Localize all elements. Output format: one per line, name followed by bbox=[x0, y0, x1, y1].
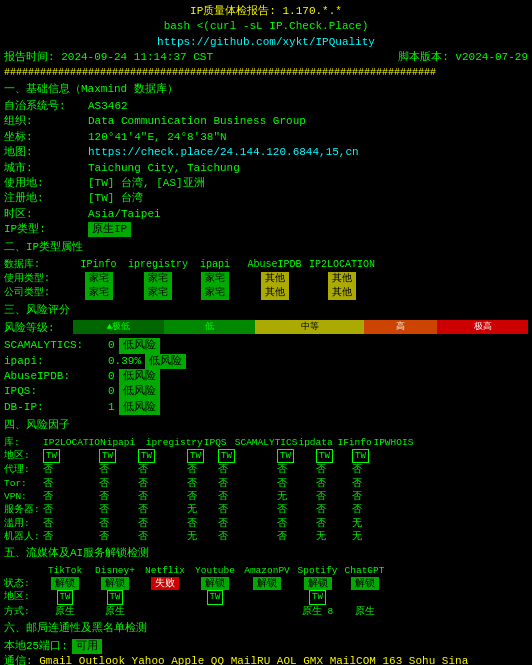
basic-usage-row: 使用地: [TW] 台湾, [AS]亚洲 bbox=[4, 176, 528, 191]
section-mail-title: 六、邮局连通性及黑名单检测 bbox=[4, 621, 528, 636]
media-method-row: 方式: 原生 原生 原生 8 原生 bbox=[4, 605, 528, 618]
risk-abuseipdb-row: AbuseIPDB: 0低风险 bbox=[4, 369, 528, 384]
section-media-title: 五、流媒体及AI服务解锁检测 bbox=[4, 546, 528, 561]
rf-vpn-row: VPN: 否 否 否 否 否 无 否 否 bbox=[4, 490, 528, 503]
basic-org-row: 组织: Data Communication Business Group bbox=[4, 114, 528, 129]
mail-isp-row: 通信: Gmail Outlook Yahoo Apple QQ MailRU … bbox=[4, 654, 528, 665]
iptype-usage-row: 使用类型: 家宅 家宅 家宅 其他 其他 bbox=[4, 272, 528, 286]
rf-tor-row: Tor: 否 否 否 否 否 否 否 否 bbox=[4, 477, 528, 490]
basic-coords-row: 坐标: 120°41′4″E, 24°8′38″N bbox=[4, 130, 528, 145]
iptype-company-row: 公司类型: 家宅 家宅 家宅 其他 其他 bbox=[4, 286, 528, 300]
basic-map-row[interactable]: 地图: https://check.place/24.144.120.6844,… bbox=[4, 145, 528, 160]
rf-server-row: 服务器: 否 否 否 无 否 否 否 否 bbox=[4, 503, 528, 516]
iptype-header-row: 数据库: IPinfo ipregistry ipapi AbuseIPDB I… bbox=[4, 258, 528, 272]
risk-dbip-row: DB-IP: 1低风险 bbox=[4, 400, 528, 415]
basic-iptype-row: IP类型: 原生IP bbox=[4, 222, 528, 237]
risk-level-row: 风险等级: ▲极低 低 中等 高 极高 bbox=[4, 320, 528, 336]
section-risk-factors-title: 四、风险因子 bbox=[4, 418, 528, 433]
header-title: IP质量体检报告: 1.170.*.* bbox=[4, 4, 528, 19]
rf-abuse-row: 滥用: 否 否 否 否 否 否 否 无 bbox=[4, 517, 528, 530]
risk-ipapi-row: ipapi: 0.39%低风险 bbox=[4, 354, 528, 369]
rf-region-row: 地区: TW TW TW TW TW TW TW TW bbox=[4, 449, 528, 464]
rf-bot-row: 机器人: 否 否 否 无 否 否 无 无 bbox=[4, 530, 528, 543]
mail-china25-row: 本地25端口: 可用 bbox=[4, 639, 528, 654]
risk-ipqs-row: IPQS: 0低风险 bbox=[4, 384, 528, 399]
section-basic-title: 一、基础信息（Maxmind 数据库） bbox=[4, 82, 528, 97]
basic-register-row: 注册地: [TW] 台湾 bbox=[4, 191, 528, 206]
risk-seg-high: 高 bbox=[364, 320, 437, 334]
risk-seg-mid: 中等 bbox=[255, 320, 364, 334]
media-region-row: 地区: TW TW TW TW bbox=[4, 590, 528, 605]
media-header-row: TikTok Disney+ Netflix Youtube AmazonPV … bbox=[4, 564, 528, 577]
hash-separator-top: ########################################… bbox=[4, 66, 528, 80]
rf-header-row: 库: IP2LOCATION ipapi ipregistry IPQS SCA… bbox=[4, 436, 528, 449]
basic-asn-row: 自治系统号: AS3462 bbox=[4, 99, 528, 114]
section-risk-title: 三、风险评分 bbox=[4, 303, 528, 318]
section-iptype-title: 二、IP类型属性 bbox=[4, 240, 528, 255]
header-meta: 报告时间: 2024-09-24 11:14:37 CST 脚本版本: v202… bbox=[4, 50, 528, 65]
risk-seg-low: 低 bbox=[164, 320, 255, 334]
risk-bar: ▲极低 低 中等 高 极高 bbox=[73, 320, 528, 336]
ip-type-badge: 原生IP bbox=[88, 222, 131, 237]
risk-seg-lowest: ▲极低 bbox=[73, 320, 164, 334]
header-github[interactable]: https://github.com/xykt/IPQuality bbox=[4, 35, 528, 50]
rf-proxy-row: 代理: 否 否 否 否 否 否 否 否 bbox=[4, 463, 528, 476]
media-table: TikTok Disney+ Netflix Youtube AmazonPV … bbox=[4, 564, 528, 618]
basic-city-row: 城市: Taichung City, Taichung bbox=[4, 161, 528, 176]
basic-timezone-row: 时区: Asia/Taipei bbox=[4, 207, 528, 222]
risk-factors-table: 库: IP2LOCATION ipapi ipregistry IPQS SCA… bbox=[4, 436, 528, 544]
risk-seg-highest: 极高 bbox=[437, 320, 528, 334]
header-command: bash <(curl -sL IP.Check.Place) bbox=[4, 19, 528, 34]
media-status-row: 状态: 解锁 解锁 失败 解锁 解锁 解锁 解锁 bbox=[4, 577, 528, 590]
risk-scamalytics-row: SCAMALYTICS: 0低风险 bbox=[4, 338, 528, 353]
